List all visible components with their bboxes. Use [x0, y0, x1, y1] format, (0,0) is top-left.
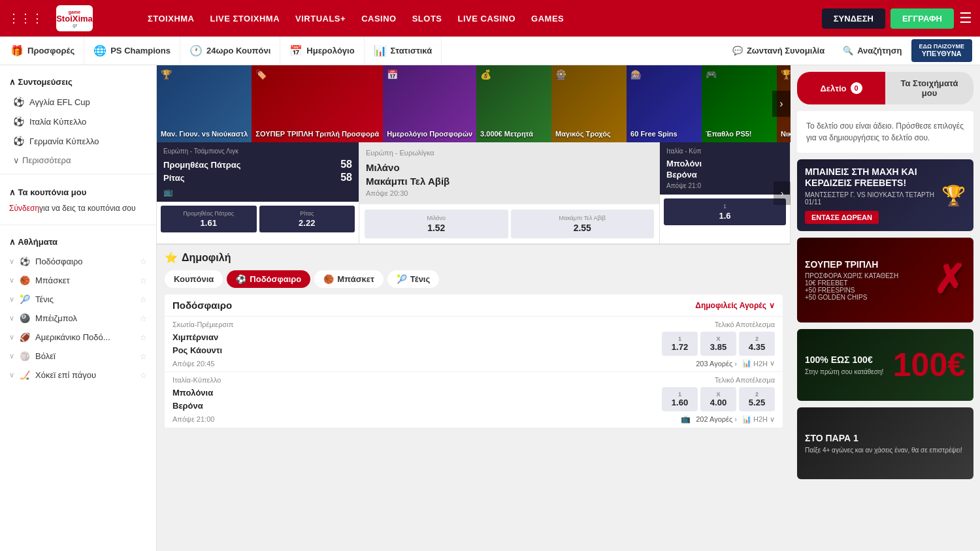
sidebar-item-england-efl[interactable]: ⚽ Αγγλία EFL Cup: [0, 92, 156, 112]
offers-nav-item[interactable]: 🎁 Προσφορές: [8, 37, 84, 65]
register-button[interactable]: ΕΓΓΡΑΦΗ: [890, 8, 954, 29]
logo[interactable]: game StoiXima .gr: [56, 5, 135, 31]
nav-live-casino[interactable]: LIVE CASINO: [458, 14, 516, 24]
banner-freespins[interactable]: 🎰 60 Free Spins: [627, 65, 702, 142]
tab-coupons[interactable]: Κουπόνια: [165, 270, 223, 288]
match-1-markets[interactable]: 203 Αγορές ›: [696, 360, 737, 368]
promo-para1-text: ΣΤΟ ΠΑΡΑ 1 Παίξε 4+ αγώνες και αν χάσεις…: [805, 433, 966, 454]
search-label: Αναζήτηση: [857, 46, 902, 55]
baseball-star-icon[interactable]: ☆: [140, 314, 147, 323]
sidebar-divider-1: [0, 174, 156, 174]
tab-tennis[interactable]: 🎾 Τένις: [387, 270, 439, 288]
tennis-star-icon[interactable]: ☆: [140, 295, 147, 304]
sports-header[interactable]: ∧ Αθλήματα: [0, 232, 156, 252]
tab-football-label: Ποδόσφαιρο: [250, 274, 301, 284]
banner-8-label: Νικητής Εβδομάδας: [781, 130, 791, 138]
grid-icon[interactable]: ⋮⋮⋮: [8, 11, 43, 25]
match-2-odd-x[interactable]: Χ 4.00: [700, 387, 736, 411]
coupons-title-label: ∧ Τα κουπόνια μου: [9, 187, 86, 197]
nav-stoixima[interactable]: ΣΤΟΙΧΗΜΑ: [148, 14, 195, 24]
odd-btn-2-1[interactable]: Μιλάνο 1.52: [365, 210, 508, 238]
sidebar-sport-baseball[interactable]: ∨ 🎱 Μπέιζμπολ ☆: [0, 309, 156, 328]
match-2-odd-1[interactable]: 1 1.60: [662, 387, 698, 411]
coupon-24h-nav-item[interactable]: 🕐 24ωρο Κουπόνι: [180, 37, 280, 65]
promo-freebets-subtitle: ΜΑΝΤΣΕΣΤΕΡ Γ. VS ΝΙΟΥΚΑΣΤΛ ΤΕΤΑΡΤΗ 01/11: [805, 191, 941, 206]
sidebar-sport-volleyball[interactable]: ∨ 🏐 Βόλεϊ ☆: [0, 347, 156, 366]
shortcuts-header[interactable]: ∧ Συντομεύσεις: [0, 72, 156, 92]
promo-freebets-cta[interactable]: ΕΝΤΑΣΕ ΔΩΡΕΑΝ: [805, 211, 879, 224]
signin-link[interactable]: Σύνδεση: [9, 204, 39, 213]
sidebar-item-germany-cup[interactable]: ⚽ Γερμανία Κύπελλο: [0, 131, 156, 151]
basketball-star-icon[interactable]: ☆: [140, 276, 147, 285]
chevron-football: ∨: [9, 257, 14, 266]
nav-slots[interactable]: SLOTS: [412, 14, 442, 24]
match-row-1-header: Σκωτία-Πρέμιερσιπ Τελικό Αποτέλεσμα: [172, 321, 775, 328]
sidebar-sport-basketball[interactable]: ∨ 🏀 Μπάσκετ ☆: [0, 271, 156, 290]
match-2-h2h-btn[interactable]: 📊 H2H ∨: [742, 415, 775, 424]
popular-markets-btn[interactable]: Δημοφιλείς Αγορές ∨: [695, 301, 775, 310]
signin-button[interactable]: ΣΥΝΔΕΣΗ: [822, 8, 885, 29]
odd-btn-3-1[interactable]: 1 1.6: [664, 198, 786, 225]
promo-banner-freebets[interactable]: ΜΠΑΙΝΕΙΣ ΣΤΗ ΜΑΧΗ ΚΑΙ ΚΕΡΔΙΖΕΙΣ FREEBETS…: [797, 159, 973, 231]
match-1-h2h-btn[interactable]: 📊 H2H ∨: [742, 359, 775, 368]
match-2-odd-2[interactable]: 2 5.25: [739, 387, 775, 411]
right-panel: Δελτίο 0 Τα Στοιχήματά μου Το δελτίο σου…: [791, 65, 980, 551]
sidebar-sport-tennis[interactable]: ∨ 🎾 Τένις ☆: [0, 290, 156, 309]
coupons-signin-link[interactable]: Σύνδεσηγια να δεις τα κουπόνια σου: [9, 201, 147, 215]
banner-wheel[interactable]: 🎡 Μαγικός Τροχός: [551, 65, 627, 142]
banner-triple[interactable]: 🏷️ ΣΟΥΠΕΡ ΤΡΙΠΛΗ Τριπλή Προσφορά: [252, 65, 383, 142]
match-2-markets[interactable]: 202 Αγορές ›: [696, 415, 737, 423]
football-icon-2: ⚽: [13, 116, 24, 127]
match-1-teams: Χιμπέρνιαν Ρος Κάουντι: [172, 331, 657, 356]
sidebar-sport-american-football[interactable]: ∨ 🏈 Αμερικάνικο Ποδό... ☆: [0, 328, 156, 347]
betslip-tab[interactable]: Δελτίο 0: [797, 72, 885, 104]
odd-btn-1-2[interactable]: Ρίτας 2.22: [259, 206, 355, 232]
sidebar-sport-football[interactable]: ∨ ⚽ Ποδόσφαιρο ☆: [0, 252, 156, 271]
banners-next-btn[interactable]: ›: [772, 91, 791, 117]
offers-label: Προσφορές: [27, 46, 74, 55]
football-label: Ποδόσφαιρο: [35, 257, 83, 266]
top-nav: ⋮⋮⋮ game StoiXima .gr ΣΤΟΙΧΗΜΑ LIVE ΣΤΟΙ…: [0, 0, 980, 37]
live-chat-nav-item[interactable]: 💬 Ζωντανή Συνομιλία: [723, 37, 834, 65]
calendar-nav-item[interactable]: 📅 Ημερολόγιο: [280, 37, 364, 65]
tv-icon-match2: 📺: [681, 415, 691, 424]
sport-left-baseball: ∨ 🎱 Μπέιζμπολ: [9, 313, 77, 323]
promo-100-title: 100% ΕΩΣ 100€: [805, 354, 893, 366]
am-football-star-icon[interactable]: ☆: [140, 333, 147, 342]
nav-live-stoixima[interactable]: LIVE ΣΤΟΙΧΗΜΑ: [210, 14, 280, 24]
tab-football[interactable]: ⚽ Ποδόσφαιρο: [227, 270, 310, 288]
sidebar-item-italy-cup[interactable]: ⚽ Ιταλία Κύπελλο: [0, 112, 156, 131]
football-star-icon[interactable]: ☆: [140, 257, 147, 266]
live-matches-next-btn[interactable]: ›: [774, 181, 791, 205]
responsible-gambling-btn[interactable]: ΕΔΩ ΠΑΙΖΟΥΜΕ ΥΠΕΥΘΥΝΑ: [911, 39, 972, 63]
promo-banner-triple[interactable]: ΣΟΥΠΕΡ ΤΡΙΠΛΗ ΠΡΟΣΦΟΡΑ ΧΩΡΙΣ ΚΑΤΑΘΕΣΗ 10…: [797, 238, 973, 323]
banner-ps5[interactable]: 🎮 Έπαθλο PS5!: [702, 65, 777, 142]
match-1-odd-2[interactable]: 2 4.35: [739, 332, 775, 356]
odd-btn-2-2[interactable]: Μακάμπι Τελ Αβίβ 2.55: [511, 210, 655, 238]
banner-calendar[interactable]: 📅 Ημερολόγιο Προσφορών: [383, 65, 476, 142]
coupons-header[interactable]: ∧ Τα κουπόνια μου: [9, 183, 147, 201]
league-1: Ευρώπη - Τσάμπιονς Λιγκ: [163, 148, 352, 155]
nav-virtuals[interactable]: VIRTUALS+: [295, 14, 346, 24]
promo-banner-100[interactable]: 100% ΕΩΣ 100€ Στην πρώτη σου κατάθεση! 1…: [797, 329, 973, 401]
hockey-star-icon[interactable]: ☆: [140, 371, 147, 380]
tab-basketball[interactable]: 🏀 Μπάσκετ: [314, 270, 384, 288]
nav-games[interactable]: GAMES: [531, 14, 564, 24]
nav-casino[interactable]: CASINO: [361, 14, 397, 24]
search-nav-item[interactable]: 🔍 Αναζήτηση: [834, 37, 911, 65]
sidebar-sport-hockey[interactable]: ∨ 🏒 Χόκεϊ επί πάγου ☆: [0, 366, 156, 385]
shortcuts-more[interactable]: ∨ Περισσότερα: [0, 151, 156, 170]
hamburger-icon[interactable]: ☰: [959, 10, 972, 27]
banner-cash[interactable]: 💰 3.000€ Μετρητά: [476, 65, 551, 142]
promo-banner-para1[interactable]: ΣΤΟ ΠΑΡΑ 1 Παίξε 4+ αγώνες και αν χάσεις…: [797, 407, 973, 479]
banner-4-label: 3.000€ Μετρητά: [480, 130, 533, 138]
match-1-odd-1[interactable]: 1 1.72: [662, 332, 698, 356]
volleyball-star-icon[interactable]: ☆: [140, 352, 147, 361]
banner-ps-champions[interactable]: 🏆 Μαν. Γιουν. vs Νιούκαστλ: [157, 65, 252, 142]
odd-btn-1-1[interactable]: Προμηθέας Πάτρας 1.61: [161, 206, 257, 232]
match-1-odd-x[interactable]: Χ 3.85: [700, 332, 736, 356]
ps-champions-nav-item[interactable]: 🌐 PS Champions: [84, 37, 180, 65]
my-bets-tab[interactable]: Τα Στοιχήματά μου: [885, 72, 973, 104]
odds-row-3: 1 1.6: [660, 195, 790, 229]
stats-nav-item[interactable]: 📊 Στατιστικά: [365, 37, 442, 65]
